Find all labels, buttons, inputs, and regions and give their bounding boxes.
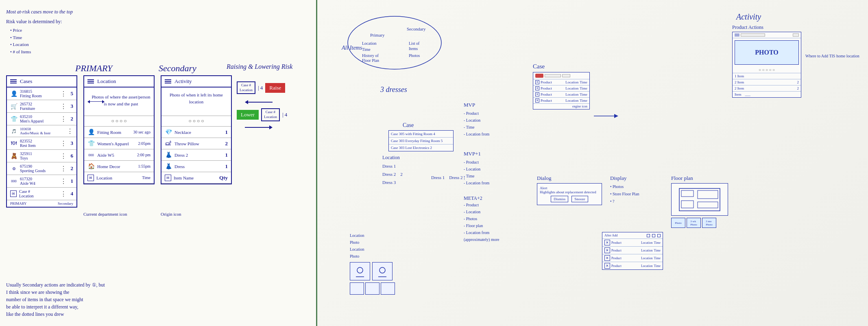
act-wf-row-1: 1 Item xyxy=(733,73,801,79)
case-wf-title: Case ✕ ProductLocationTime ✕ ProductLoca… xyxy=(533,63,590,109)
hamburger-icon xyxy=(10,79,17,83)
loc-dress-list: Dress 1 Dress 2 2 Dress 3 xyxy=(382,162,403,186)
case-row-4[interactable]: 🎵 103658Audio/Music & Instr ⋮ xyxy=(7,125,76,137)
loc-row-2[interactable]: 👕 Women's Apparel 2:05pm xyxy=(84,138,154,149)
loc-sbox-3 xyxy=(381,282,395,295)
location-hamburger-icon xyxy=(87,79,94,83)
mvp-label: MVP xyxy=(464,102,517,108)
where-to-add-label: Where to Add TIS home location xyxy=(805,53,862,59)
fp-photo-1: Photo xyxy=(671,218,685,228)
location-header: Location xyxy=(84,76,154,88)
case-row-3[interactable]: 👕 635210Men's Apparel ⋮ 2 xyxy=(7,113,76,125)
act-wf-row-3: 2 Item2 xyxy=(733,85,801,91)
activity-caption: Origin icon xyxy=(161,212,181,217)
display-section: Display • Photos• Store Floor Plan• ? xyxy=(610,175,663,205)
bullet-price: • Price xyxy=(6,27,75,34)
display-items: • Photos• Store Floor Plan• ? xyxy=(610,183,663,205)
lower-row: Lower Case #Location | 4 xyxy=(237,108,310,121)
dismiss-btn[interactable]: Dismiss xyxy=(551,196,568,202)
case-row-5[interactable]: 🍽 823552Rest Item ⋮ 3 xyxy=(7,137,76,150)
cb-1 xyxy=(604,240,610,245)
cases-footer-secondary: Secondary xyxy=(58,201,73,206)
act-row-3[interactable]: 👗 Dress 2 1 xyxy=(161,149,231,161)
mvp1-section: MVP+1 - Product- Location- Time- Locatio… xyxy=(464,151,521,186)
raise-count: | 4 xyxy=(258,85,263,91)
act-row-1[interactable]: 💎 Necklace 1 xyxy=(161,127,231,138)
floorplan-box xyxy=(671,183,728,216)
bottom-notes: Usually Secondary actions are indicated … xyxy=(6,281,120,318)
location-caption: Current department icon xyxy=(83,212,127,217)
snooze-btn[interactable]: Snooze xyxy=(571,196,588,202)
loc-icon-3: 000 xyxy=(87,151,95,159)
act-wf-row-2: 2 Item2 xyxy=(733,79,801,85)
svg-text:Items: Items xyxy=(409,46,418,51)
floorplan-title: Floor plan xyxy=(671,175,728,182)
activity-wf-dots: ○ ○ ○ ○ ○ xyxy=(733,67,801,73)
location-wireframe: Location Photos of where the asset/perso… xyxy=(83,75,155,184)
case-row-8[interactable]: 000 617320Aisle W4 ⋮ 1 xyxy=(7,175,76,188)
bullet-items: • # of Items xyxy=(6,48,75,56)
act-row-4[interactable]: 👗 Dress 1 xyxy=(161,161,231,172)
lower-button[interactable]: Lower xyxy=(237,110,259,120)
svg-point-19 xyxy=(379,267,385,273)
location-header-label: Location xyxy=(97,78,116,85)
svg-rect-15 xyxy=(698,190,718,199)
fp-photo-2: 3 wkPhoto xyxy=(687,218,701,228)
location-photos-section: LocationPhotoLocationPhoto xyxy=(350,232,423,295)
svg-text:Photos: Photos xyxy=(409,53,420,58)
activity-dots: ○ ○ ○ ○ xyxy=(161,116,231,127)
dialog-alert: AlertHighlights about replacement detect… xyxy=(540,186,599,194)
case-row-7[interactable]: ⚙ 675190Sporting Goods ⋮ 2 xyxy=(7,162,76,175)
meta-section: META+2 - Product- Location- Photos- Floo… xyxy=(464,195,499,243)
display-title: Display xyxy=(610,175,663,182)
loc-photo-2 xyxy=(372,262,393,280)
envelope-icon: ✉ xyxy=(10,190,17,197)
activity-wf-box: PHOTO ○ ○ ○ ○ ○ 1 Item 2 Item2 2 Item2 I… xyxy=(732,32,801,98)
svg-rect-12 xyxy=(679,188,720,211)
case-row-6[interactable]: 🧸 325911Toys ⋮ 6 xyxy=(7,150,76,162)
act-wf-row-4: Item ___ xyxy=(733,91,801,97)
cb-2 xyxy=(604,247,610,253)
floorplan-section: Floor plan Photo 3 wkPhoto 3 moPhoto xyxy=(671,175,728,228)
before-add-box: After Add ProductLocationTime ProductLoc… xyxy=(602,232,663,270)
loc-sbox-1 xyxy=(350,282,364,295)
risk-determined: Risk value is determined by: xyxy=(6,18,75,25)
before-add-section: After Add ProductLocationTime ProductLoc… xyxy=(602,232,663,270)
cb-4 xyxy=(604,263,610,269)
svg-marker-11 xyxy=(614,114,618,118)
bottom-note-1: Usually Secondary actions are indicated … xyxy=(6,281,120,318)
whiteboard-background: Primary Secondary Location Time History … xyxy=(317,0,868,326)
svg-text:List of: List of xyxy=(409,41,420,46)
activity-header-label: Activity xyxy=(174,78,192,85)
mvp-items: - Product- Location- Time- Location from xyxy=(464,110,517,138)
act-icon-3: 👗 xyxy=(165,151,172,159)
loc-row-1[interactable]: 👤 Fitting Room 30 sec ago xyxy=(84,127,154,138)
loc-row-4[interactable]: 🏠 Home Decor 1:55pm xyxy=(84,161,154,172)
oval-diagram: Primary Secondary Location Time History … xyxy=(346,12,443,73)
row-icon-4: 🎵 xyxy=(10,127,17,135)
case-row-1[interactable]: 👤 316815Fitting Room ⋮ 5 xyxy=(7,88,76,100)
svg-point-17 xyxy=(357,267,363,273)
svg-text:Floor Plan: Floor Plan xyxy=(362,58,379,63)
floorplan-photo-row: Photo 3 wkPhoto 3 moPhoto xyxy=(671,218,728,228)
loc-row-3[interactable]: 000 Aisle W5 2:00 pm xyxy=(84,149,154,161)
dialog-title: Dialog xyxy=(537,175,602,182)
loc-sbox-2 xyxy=(365,282,379,295)
case-row-9[interactable]: ✉ Case #Location ⋮ 4 xyxy=(7,188,76,200)
three-dresses-label: 3 dresses xyxy=(380,85,407,94)
raise-button[interactable]: Raise xyxy=(265,83,285,93)
row-icon-2: 🛒 xyxy=(10,103,17,110)
note-title: Most at-risk cases move to the top xyxy=(6,8,75,15)
left-panel: Most at-risk cases move to the top Risk … xyxy=(0,0,317,326)
location-small-boxes xyxy=(350,282,423,295)
product-actions-label: Product Actions xyxy=(732,24,801,31)
floorplan-svg xyxy=(677,186,722,213)
case-row-2[interactable]: 🛒 265732Furniture ⋮ 3 xyxy=(7,100,76,113)
lower-box: Case #Location xyxy=(261,108,280,121)
svg-text:Secondary: Secondary xyxy=(407,26,426,31)
right-panel: Primary Secondary Location Time History … xyxy=(317,0,868,326)
act-row-2[interactable]: 🛋 Throw Pillow 2 xyxy=(161,138,231,149)
act-row-footer: ✉ Item Name Qty xyxy=(161,172,231,184)
loc-envelope-icon: ✉ xyxy=(87,175,94,181)
row-icon-3: 👕 xyxy=(10,115,17,123)
